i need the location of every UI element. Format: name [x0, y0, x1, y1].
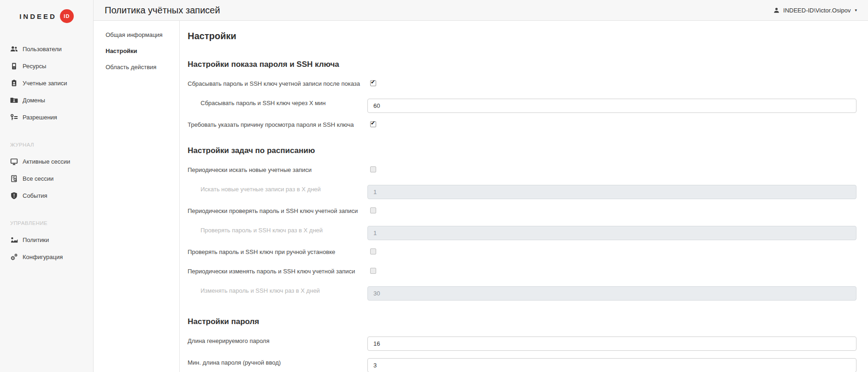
permissions-icon: [10, 113, 18, 121]
setting-row: Требовать указать причину просмотра паро…: [188, 120, 856, 130]
user-menu[interactable]: INDEED-ID\Victor.Osipov ▾: [773, 7, 857, 14]
setting-label: Сбрасывать пароль и SSH ключ через X мин: [188, 99, 367, 106]
verify-interval-days-input[interactable]: [367, 226, 856, 240]
sidebar-item-label: Пользователи: [23, 46, 62, 53]
sidebar-item-domains[interactable]: Домены: [0, 92, 93, 109]
setting-label: Мин. длина пароля (ручной ввод): [188, 358, 367, 366]
sidebar-item-users[interactable]: Пользователи: [0, 41, 93, 58]
setting-row: Длина генерируемого пароля: [188, 337, 856, 351]
setting-label: Проверять пароль и SSH ключ раз в X дней: [188, 226, 367, 234]
setting-row: Проверять пароль и SSH ключ при ручной у…: [188, 248, 856, 257]
sidebar-item-label: Все сессии: [23, 175, 53, 182]
setting-row: Периодически изменять пароль и SSH ключ …: [188, 267, 856, 276]
reset-after-show-checkbox[interactable]: [370, 80, 376, 86]
sidebar-item-label: События: [23, 192, 47, 199]
setting-label: Сбрасывать пароль и SSH ключ учетной зап…: [188, 79, 367, 87]
setting-label: Изменять пароль и SSH ключ раз в X дней: [188, 286, 367, 294]
search-interval-days-input[interactable]: [367, 185, 856, 199]
resources-icon: [10, 62, 18, 70]
change-interval-days-input[interactable]: [367, 286, 856, 301]
sidebar-item-label: Конфигурация: [23, 254, 63, 260]
tab-scope[interactable]: Область действия: [94, 59, 179, 75]
content-title: Настройки: [188, 31, 856, 43]
setting-label: Длина генерируемого пароля: [188, 337, 367, 344]
sidebar-section-management: УПРАВЛЕНИЕ: [0, 214, 93, 231]
verify-password-checkbox[interactable]: [370, 207, 376, 213]
sidebar-item-accounts[interactable]: Учетные записи: [0, 75, 93, 92]
search-new-accounts-checkbox[interactable]: [370, 166, 376, 172]
setting-row: Периодически искать новые учетные записи: [188, 165, 856, 175]
setting-row: Изменять пароль и SSH ключ раз в X дней: [188, 286, 856, 301]
tab-settings[interactable]: Настройки: [94, 43, 179, 59]
active-sessions-icon: [10, 158, 18, 165]
min-password-length-input[interactable]: [367, 358, 856, 372]
setting-row: Проверять пароль и SSH ключ раз в X дней: [188, 226, 856, 240]
setting-row: Искать новые учетные записи раз в X дней: [188, 185, 856, 199]
sidebar-item-configuration[interactable]: Конфигурация: [0, 248, 93, 266]
section-heading-password: Настройки пароля: [188, 317, 856, 328]
reset-after-minutes-input[interactable]: [367, 99, 856, 113]
require-reason-checkbox[interactable]: [370, 121, 376, 127]
sidebar-item-label: Домены: [23, 97, 45, 104]
policy-tabs: Общая информация Настройки Область дейст…: [94, 21, 180, 372]
setting-label: Проверять пароль и SSH ключ при ручной у…: [188, 248, 367, 255]
sidebar-item-active-sessions[interactable]: Активные сессии: [0, 153, 93, 170]
sidebar-item-policies[interactable]: Политики: [0, 231, 93, 248]
setting-label: Периодически проверять пароль и SSH ключ…: [188, 207, 367, 214]
domains-icon: [10, 96, 18, 104]
sidebar-item-label: Ресурсы: [23, 63, 46, 70]
sidebar-item-label: Учетные записи: [23, 80, 67, 87]
sidebar-item-resources[interactable]: Ресурсы: [0, 58, 93, 75]
change-password-checkbox[interactable]: [370, 268, 376, 274]
sidebar-item-label: Активные сессии: [23, 158, 70, 165]
configuration-icon: [10, 253, 18, 261]
section-heading-password-show: Настройки показа пароля и SSH ключа: [188, 60, 856, 71]
logo-text: INDEED: [19, 12, 57, 20]
setting-label: Периодически искать новые учетные записи: [188, 165, 367, 173]
setting-row: Периодически проверять пароль и SSH ключ…: [188, 207, 856, 216]
policies-icon: [10, 236, 18, 244]
sidebar-section-journal: ЖУРНАЛ: [0, 136, 93, 153]
generated-password-length-input[interactable]: [367, 337, 856, 351]
setting-label: Требовать указать причину просмотра паро…: [188, 120, 367, 128]
settings-content: Настройки Настройки показа пароля и SSH …: [180, 21, 868, 372]
verify-on-manual-set-checkbox[interactable]: [370, 248, 376, 254]
sidebar-nav: Пользователи Ресурсы Учетные записи Доме…: [0, 32, 93, 266]
setting-row: Сбрасывать пароль и SSH ключ учетной зап…: [188, 79, 856, 89]
users-icon: [10, 45, 18, 53]
body-row: Общая информация Настройки Область дейст…: [94, 21, 868, 372]
accounts-icon: [10, 79, 18, 87]
chevron-down-icon: ▾: [855, 8, 857, 12]
app-window: INDEED ID Пользователи Ресурсы Учет: [0, 0, 868, 372]
topbar: Политика учётных записей INDEED-ID\Victo…: [94, 0, 868, 21]
tab-general-info[interactable]: Общая информация: [94, 27, 179, 43]
main-area: Политика учётных записей INDEED-ID\Victo…: [94, 0, 868, 372]
sidebar-item-all-sessions[interactable]: Все сессии: [0, 170, 93, 187]
logo: INDEED ID: [0, 0, 93, 32]
setting-row: Мин. длина пароля (ручной ввод): [188, 358, 856, 372]
setting-label: Искать новые учетные записи раз в X дней: [188, 185, 367, 193]
events-icon: [10, 192, 18, 200]
logo-id-badge: ID: [60, 9, 74, 23]
all-sessions-icon: [10, 175, 18, 183]
user-name: INDEED-ID\Victor.Osipov: [783, 7, 850, 14]
sidebar-item-events[interactable]: События: [0, 187, 93, 204]
sidebar: INDEED ID Пользователи Ресурсы Учет: [0, 0, 94, 372]
sidebar-item-label: Политики: [23, 236, 49, 243]
section-heading-scheduled-tasks: Настройки задач по расписанию: [188, 146, 856, 157]
user-icon: [773, 7, 780, 14]
sidebar-item-label: Разрешения: [23, 114, 57, 121]
setting-label: Периодически изменять пароль и SSH ключ …: [188, 267, 367, 275]
setting-row: Сбрасывать пароль и SSH ключ через X мин: [188, 99, 856, 113]
page-title: Политика учётных записей: [105, 5, 220, 16]
sidebar-item-permissions[interactable]: Разрешения: [0, 109, 93, 126]
